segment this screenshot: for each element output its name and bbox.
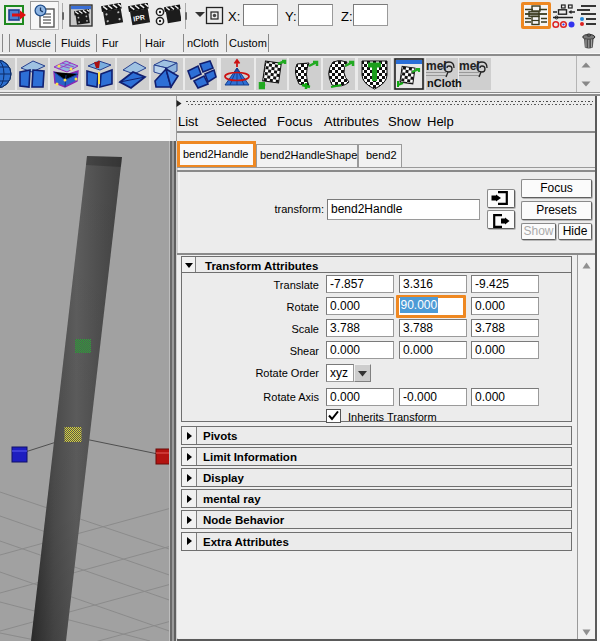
svg-text:nCloth: nCloth bbox=[427, 77, 462, 89]
